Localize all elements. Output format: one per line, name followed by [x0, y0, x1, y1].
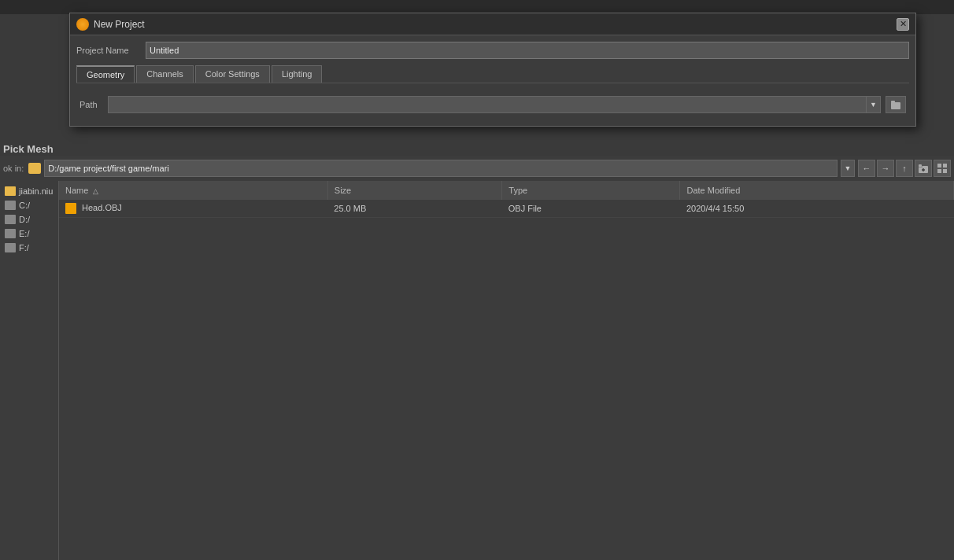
dialog-overlay: New Project ✕ Project Name Geometry Chan…	[0, 0, 954, 560]
path-label: Path	[80, 100, 103, 109]
tab-lighting[interactable]: Lighting	[272, 65, 323, 83]
path-input[interactable]	[108, 96, 867, 113]
dialog-title-text: New Project	[94, 19, 145, 30]
path-browse-button[interactable]	[886, 96, 906, 113]
mari-logo-icon	[76, 18, 89, 31]
path-dropdown-button[interactable]: ▼	[867, 96, 881, 113]
svg-rect-9	[891, 102, 900, 109]
svg-rect-10	[891, 101, 895, 103]
tab-color-settings[interactable]: Color Settings	[195, 65, 270, 83]
tabs-row: Geometry Channels Color Settings Lightin…	[76, 65, 909, 83]
tab-channels[interactable]: Channels	[136, 65, 193, 83]
project-name-input[interactable]	[146, 42, 909, 59]
dialog-content: Project Name Geometry Channels Color Set…	[70, 35, 915, 126]
path-row: Path ▼	[76, 90, 909, 120]
dialog-close-button[interactable]: ✕	[897, 18, 909, 31]
tab-geometry[interactable]: Geometry	[76, 65, 135, 83]
dialog-titlebar: New Project ✕	[70, 13, 915, 35]
project-name-label: Project Name	[76, 46, 139, 55]
new-project-dialog: New Project ✕ Project Name Geometry Chan…	[69, 13, 916, 127]
path-input-wrapper: ▼	[108, 96, 881, 113]
dialog-title-left: New Project	[76, 18, 145, 31]
project-name-row: Project Name	[76, 42, 909, 59]
